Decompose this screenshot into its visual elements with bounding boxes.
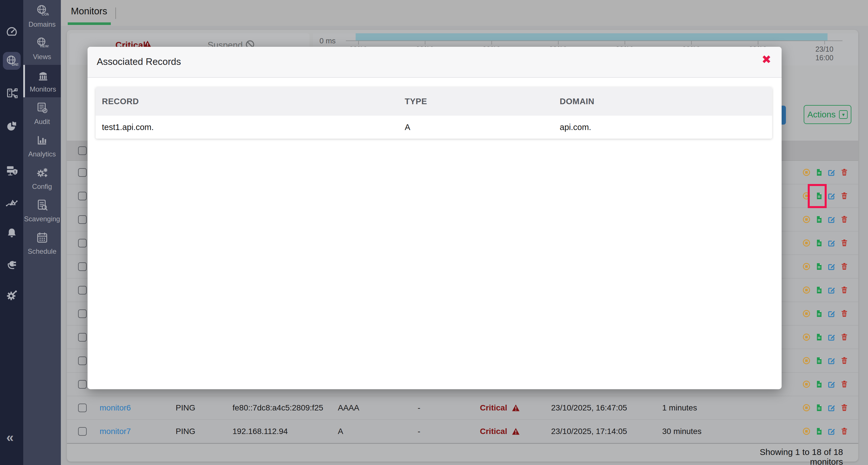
associated-records-modal: Associated Records ✖ RECORDTYPEDOMAINtes…: [88, 47, 782, 389]
column-header-record: RECORD: [96, 97, 398, 106]
record-row: test1.api.com.Aapi.com.: [96, 116, 772, 138]
record-cell: test1.api.com.: [96, 123, 398, 132]
associated-records-table: RECORDTYPEDOMAINtest1.api.com.Aapi.com.: [96, 87, 772, 138]
modal-title: Associated Records: [97, 56, 181, 67]
column-header-type: TYPE: [398, 97, 553, 106]
records-table-header-row: RECORDTYPEDOMAIN: [96, 87, 772, 116]
type-cell: A: [398, 123, 553, 132]
column-header-domain: DOMAIN: [553, 97, 772, 106]
domain-cell: api.com.: [553, 123, 772, 132]
highlight-box: [808, 184, 827, 208]
modal-header: Associated Records ✖: [88, 47, 782, 78]
close-icon[interactable]: ✖: [762, 54, 771, 65]
